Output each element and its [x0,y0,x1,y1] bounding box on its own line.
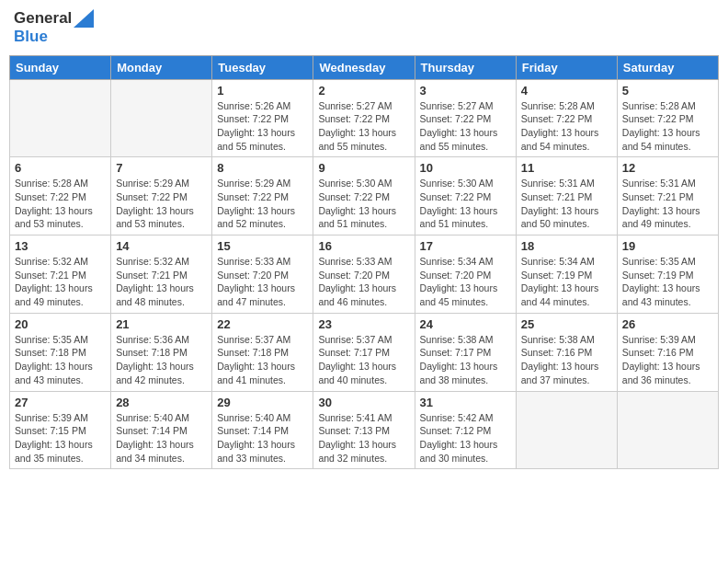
day-info: Sunrise: 5:26 AM Sunset: 7:22 PM Dayligh… [217,99,308,154]
day-number: 30 [318,396,409,409]
day-info: Sunrise: 5:28 AM Sunset: 7:22 PM Dayligh… [622,99,713,154]
logo-text: General Blue [14,9,94,46]
day-info: Sunrise: 5:39 AM Sunset: 7:15 PM Dayligh… [15,411,106,465]
calendar-cell: 3Sunrise: 5:27 AM Sunset: 7:22 PM Daylig… [415,79,516,157]
day-number: 6 [15,161,106,175]
day-number: 13 [15,239,106,253]
calendar-cell: 19Sunrise: 5:35 AM Sunset: 7:19 PM Dayli… [617,236,718,314]
day-number: 14 [116,239,207,253]
calendar-cell: 12Sunrise: 5:31 AM Sunset: 7:21 PM Dayli… [617,157,718,236]
day-number: 22 [217,317,308,331]
day-number: 18 [521,239,612,253]
calendar-cell: 24Sunrise: 5:38 AM Sunset: 7:17 PM Dayli… [415,313,516,391]
calendar-header-wednesday: Wednesday [313,55,415,79]
day-info: Sunrise: 5:38 AM Sunset: 7:17 PM Dayligh… [420,333,511,387]
calendar-table: SundayMondayTuesdayWednesdayThursdayFrid… [9,55,719,470]
calendar-header-monday: Monday [111,55,212,79]
calendar-cell: 6Sunrise: 5:28 AM Sunset: 7:22 PM Daylig… [10,157,111,236]
calendar-cell: 15Sunrise: 5:33 AM Sunset: 7:20 PM Dayli… [212,236,313,314]
calendar-header-sunday: Sunday [10,55,111,79]
calendar-cell: 18Sunrise: 5:34 AM Sunset: 7:19 PM Dayli… [516,236,617,314]
calendar-cell: 29Sunrise: 5:40 AM Sunset: 7:14 PM Dayli… [212,391,313,469]
day-number: 19 [622,239,713,253]
calendar-cell: 17Sunrise: 5:34 AM Sunset: 7:20 PM Dayli… [415,236,516,314]
calendar-cell: 26Sunrise: 5:39 AM Sunset: 7:16 PM Dayli… [617,313,718,391]
day-info: Sunrise: 5:37 AM Sunset: 7:18 PM Dayligh… [217,333,308,387]
day-number: 31 [420,396,511,409]
day-info: Sunrise: 5:41 AM Sunset: 7:13 PM Dayligh… [318,411,409,465]
header: General Blue [9,9,719,46]
calendar-header-thursday: Thursday [415,55,516,79]
day-number: 1 [217,84,308,98]
day-info: Sunrise: 5:28 AM Sunset: 7:22 PM Dayligh… [15,177,106,231]
day-number: 21 [116,317,207,331]
day-info: Sunrise: 5:34 AM Sunset: 7:20 PM Dayligh… [420,255,511,309]
day-number: 7 [116,161,207,175]
day-info: Sunrise: 5:35 AM Sunset: 7:19 PM Dayligh… [622,255,713,309]
day-info: Sunrise: 5:40 AM Sunset: 7:14 PM Dayligh… [116,411,207,465]
day-number: 2 [318,84,409,98]
calendar-cell: 14Sunrise: 5:32 AM Sunset: 7:21 PM Dayli… [111,236,212,314]
calendar-cell: 2Sunrise: 5:27 AM Sunset: 7:22 PM Daylig… [313,79,415,157]
calendar-cell: 25Sunrise: 5:38 AM Sunset: 7:16 PM Dayli… [516,313,617,391]
day-info: Sunrise: 5:36 AM Sunset: 7:18 PM Dayligh… [116,333,207,387]
calendar-cell: 27Sunrise: 5:39 AM Sunset: 7:15 PM Dayli… [10,391,111,469]
day-info: Sunrise: 5:29 AM Sunset: 7:22 PM Dayligh… [217,177,308,231]
logo: General Blue [14,9,94,46]
calendar-header-tuesday: Tuesday [212,55,313,79]
calendar-week-row-3: 13Sunrise: 5:32 AM Sunset: 7:21 PM Dayli… [10,236,719,314]
calendar-header-friday: Friday [516,55,617,79]
day-info: Sunrise: 5:37 AM Sunset: 7:17 PM Dayligh… [318,333,409,387]
day-info: Sunrise: 5:38 AM Sunset: 7:16 PM Dayligh… [521,333,612,387]
calendar-cell: 1Sunrise: 5:26 AM Sunset: 7:22 PM Daylig… [212,79,313,157]
day-info: Sunrise: 5:33 AM Sunset: 7:20 PM Dayligh… [217,255,308,309]
calendar-cell: 28Sunrise: 5:40 AM Sunset: 7:14 PM Dayli… [111,391,212,469]
day-info: Sunrise: 5:31 AM Sunset: 7:21 PM Dayligh… [622,177,713,231]
day-info: Sunrise: 5:39 AM Sunset: 7:16 PM Dayligh… [622,333,713,387]
calendar-cell: 20Sunrise: 5:35 AM Sunset: 7:18 PM Dayli… [10,313,111,391]
day-number: 20 [15,317,106,331]
calendar-header-saturday: Saturday [617,55,718,79]
calendar-cell: 5Sunrise: 5:28 AM Sunset: 7:22 PM Daylig… [617,79,718,157]
day-number: 10 [420,161,511,175]
day-info: Sunrise: 5:30 AM Sunset: 7:22 PM Dayligh… [318,177,409,231]
day-number: 3 [420,84,511,98]
day-info: Sunrise: 5:33 AM Sunset: 7:20 PM Dayligh… [318,255,409,309]
day-number: 26 [622,317,713,331]
day-number: 4 [521,84,612,98]
calendar-cell: 16Sunrise: 5:33 AM Sunset: 7:20 PM Dayli… [313,236,415,314]
calendar-cell: 4Sunrise: 5:28 AM Sunset: 7:22 PM Daylig… [516,79,617,157]
day-info: Sunrise: 5:34 AM Sunset: 7:19 PM Dayligh… [521,255,612,309]
day-number: 16 [318,239,409,253]
day-info: Sunrise: 5:28 AM Sunset: 7:22 PM Dayligh… [521,99,612,154]
day-number: 24 [420,317,511,331]
day-info: Sunrise: 5:27 AM Sunset: 7:22 PM Dayligh… [318,99,409,154]
day-number: 23 [318,317,409,331]
logo-triangle-icon [74,9,94,28]
calendar-week-row-2: 6Sunrise: 5:28 AM Sunset: 7:22 PM Daylig… [10,157,719,236]
day-number: 8 [217,161,308,175]
calendar-cell: 8Sunrise: 5:29 AM Sunset: 7:22 PM Daylig… [212,157,313,236]
svg-marker-0 [74,9,94,28]
day-number: 15 [217,239,308,253]
day-number: 5 [622,84,713,98]
calendar-cell [111,79,212,157]
calendar-cell: 11Sunrise: 5:31 AM Sunset: 7:21 PM Dayli… [516,157,617,236]
calendar-cell [617,391,718,469]
calendar-cell: 30Sunrise: 5:41 AM Sunset: 7:13 PM Dayli… [313,391,415,469]
page: General Blue SundayMondayTuesdayWednesda… [0,0,728,563]
calendar-header-row: SundayMondayTuesdayWednesdayThursdayFrid… [10,55,719,79]
day-number: 11 [521,161,612,175]
day-info: Sunrise: 5:30 AM Sunset: 7:22 PM Dayligh… [420,177,511,231]
day-info: Sunrise: 5:29 AM Sunset: 7:22 PM Dayligh… [116,177,207,231]
day-info: Sunrise: 5:27 AM Sunset: 7:22 PM Dayligh… [420,99,511,154]
calendar-cell: 9Sunrise: 5:30 AM Sunset: 7:22 PM Daylig… [313,157,415,236]
day-number: 29 [217,396,308,409]
day-info: Sunrise: 5:32 AM Sunset: 7:21 PM Dayligh… [116,255,207,309]
calendar-cell [516,391,617,469]
calendar-cell: 22Sunrise: 5:37 AM Sunset: 7:18 PM Dayli… [212,313,313,391]
day-info: Sunrise: 5:40 AM Sunset: 7:14 PM Dayligh… [217,411,308,465]
calendar-cell: 23Sunrise: 5:37 AM Sunset: 7:17 PM Dayli… [313,313,415,391]
calendar-cell [10,79,111,157]
day-number: 25 [521,317,612,331]
